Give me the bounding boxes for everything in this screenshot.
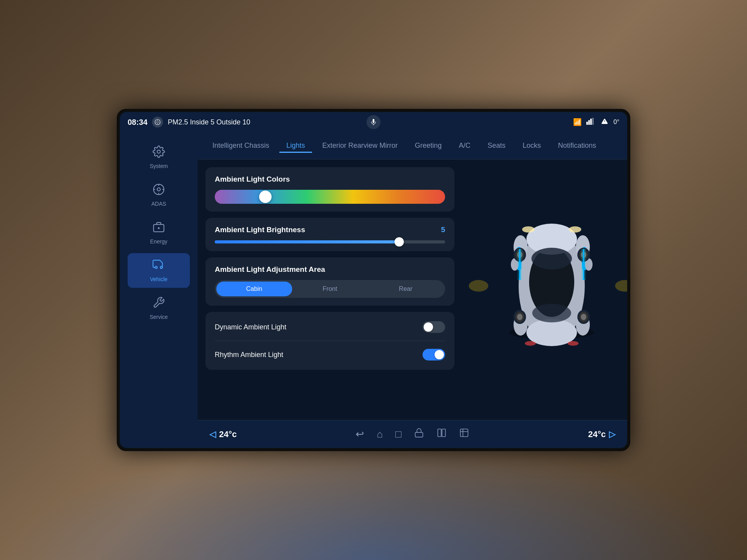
adas-icon [153,183,165,198]
sidebar-item-system[interactable]: System [128,140,190,175]
wifi-icon: 📶 [573,118,582,126]
svg-point-0 [155,119,160,125]
service-icon [153,296,165,312]
color-slider[interactable] [215,190,445,204]
temp-left-arrow: ◁ [209,429,216,439]
back-button[interactable]: ↩ [356,428,364,440]
system-icon [153,145,165,161]
brightness-value: 5 [441,226,445,234]
rhythm-toggle-knob [435,350,444,359]
dynamic-ambient-light-toggle[interactable] [423,321,445,333]
main-content: System [120,132,627,448]
temp-right-value: 24°c [588,429,606,439]
main-screen: 08:34 PM2.5 Inside 5 Outside 10 [120,112,627,448]
ambient-light-brightness-card: Ambient Light Brightness 5 [205,218,454,251]
brightness-header: Ambient Light Brightness 5 [215,226,445,234]
toggle-divider [215,341,445,341]
signal-bars [586,118,596,126]
svg-point-34 [522,226,535,233]
rhythm-ambient-light-toggle[interactable] [423,349,445,360]
toggles-card: Dynamic Ambient Light Rhythm Ambient Lig… [205,312,454,370]
svg-rect-61 [460,429,468,437]
sidebar-item-energy[interactable]: Energy [128,215,190,250]
vehicle-icon [153,259,165,274]
air-quality-text: PM2.5 Inside 5 Outside 10 [168,118,250,126]
status-left: 08:34 PM2.5 Inside 5 Outside 10 [128,117,250,128]
status-time: 08:34 [128,118,147,127]
tab-bar: Intelligent Chassis Lights Exterior Rear… [198,132,627,159]
svg-point-19 [160,266,162,268]
svg-point-10 [157,188,160,191]
sidebar-item-vehicle[interactable]: Vehicle [128,253,190,288]
car-visual-area [462,159,627,420]
svg-point-56 [469,280,488,292]
dynamic-ambient-light-label: Dynamic Ambient Light [215,323,286,331]
svg-rect-60 [442,429,445,437]
dynamic-ambient-light-row: Dynamic Ambient Light [215,320,445,334]
brightness-track[interactable] [215,240,445,243]
svg-point-25 [531,248,572,270]
split-area: Ambient Light Colors Ambient Light Brigh… [198,159,627,420]
area-btn-cabin[interactable]: Cabin [216,282,292,296]
svg-point-51 [581,314,586,320]
area-title: Ambient Light Adjustment Area [215,265,445,274]
svg-point-26 [532,304,571,322]
tab-seats[interactable]: Seats [480,138,512,153]
svg-point-36 [525,341,536,346]
brightness-title: Ambient Light Brightness [215,226,305,234]
area-selector: Cabin Front Rear [215,280,445,298]
nav-temp-right: 24°c ▷ [588,429,615,439]
tab-greeting[interactable]: Greeting [408,138,449,153]
rhythm-ambient-light-label: Rhythm Ambient Light [215,351,283,359]
temp-left-value: 24°c [219,429,237,439]
sidebar-item-service[interactable]: Service [128,291,190,326]
settings-panel: Ambient Light Colors Ambient Light Brigh… [198,159,462,420]
split-screen-button[interactable] [437,428,447,441]
sidebar-label-vehicle: Vehicle [150,276,167,282]
svg-rect-5 [592,118,594,125]
tab-notifications[interactable]: Notifications [551,138,603,153]
tab-ac[interactable]: A/C [452,138,477,153]
air-quality-icon [152,117,163,128]
tab-exterior-rearview-mirror[interactable]: Exterior Rearview Mirror [315,138,405,153]
nav-controls: ↩ ⌂ □ [356,428,469,441]
sidebar-label-system: System [150,163,168,169]
car-interior-background: 08:34 PM2.5 Inside 5 Outside 10 [0,0,747,560]
ambient-blue-light [0,443,747,560]
car-top-view [462,216,627,364]
status-center [366,115,381,129]
home-button[interactable]: ⌂ [377,428,383,440]
temp-right-arrow: ▷ [609,429,615,439]
area-btn-front[interactable]: Front [292,282,368,296]
recent-apps-button[interactable]: □ [395,428,402,440]
status-right: 📶 [573,118,619,126]
energy-icon [153,221,165,236]
sidebar-label-energy: Energy [150,238,167,245]
svg-rect-58 [415,432,423,437]
tab-locks[interactable]: Locks [516,138,548,153]
rhythm-ambient-light-row: Rhythm Ambient Light [215,347,445,362]
svg-rect-2 [586,122,588,125]
brightness-thumb[interactable] [395,237,404,247]
lock-button[interactable] [414,428,424,441]
svg-point-35 [569,226,581,233]
sidebar-item-adas[interactable]: ADAS [128,178,190,212]
svg-rect-59 [438,429,441,437]
car-svg [462,216,627,356]
cast-button[interactable] [459,428,469,441]
tab-lights[interactable]: Lights [279,138,312,153]
dynamic-toggle-knob [424,322,433,332]
tab-intelligent-chassis[interactable]: Intelligent Chassis [205,138,276,153]
nav-temp-left: ◁ 24°c [209,429,237,439]
area-btn-rear[interactable]: Rear [368,282,444,296]
svg-rect-4 [590,119,592,125]
svg-rect-3 [588,120,590,125]
status-bar: 08:34 PM2.5 Inside 5 Outside 10 [120,112,627,132]
color-slider-thumb[interactable] [259,191,272,203]
svg-point-8 [157,150,160,153]
alert-icon [600,118,609,126]
ambient-light-colors-card: Ambient Light Colors [205,167,454,212]
content-panel: Intelligent Chassis Lights Exterior Rear… [198,132,627,448]
screen-bezel: 08:34 PM2.5 Inside 5 Outside 10 [117,109,630,451]
mic-button[interactable] [366,115,381,129]
